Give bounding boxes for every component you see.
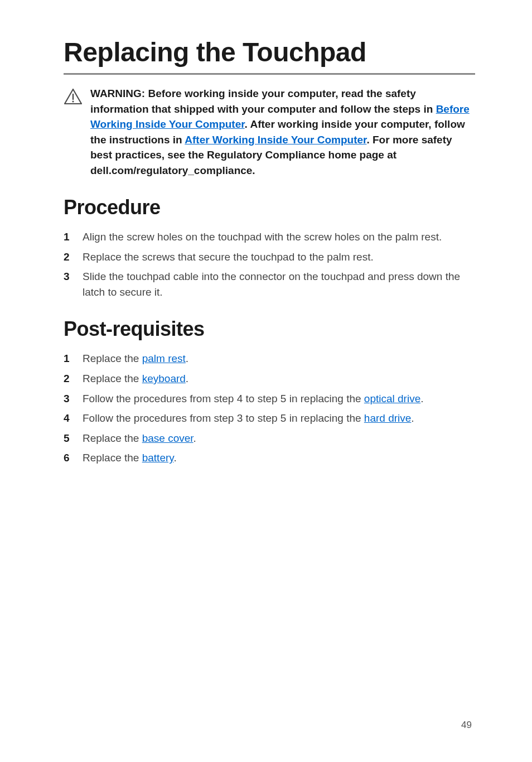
procedure-list: 1 Align the screw holes on the touchpad … (64, 229, 475, 300)
step-post: . (186, 373, 188, 384)
post-step: 4 Follow the procedures from step 3 to s… (64, 411, 475, 426)
post-step: 1 Replace the palm rest. (64, 351, 475, 366)
step-post: . (173, 452, 176, 464)
link-optical-drive[interactable]: optical drive (364, 393, 420, 404)
step-text: Replace the battery. (83, 450, 177, 466)
step-pre: Replace the (83, 452, 142, 464)
warning-prefix: WARNING: Before working inside your comp… (90, 88, 436, 115)
post-step: 3 Follow the procedures from step 4 to s… (64, 391, 475, 407)
step-text: Slide the touchpad cable into the connec… (83, 269, 475, 300)
post-requisites-list: 1 Replace the palm rest. 2 Replace the k… (64, 351, 475, 465)
post-requisites-heading: Post-requisites (64, 317, 475, 341)
step-text: Follow the procedures from step 3 to ste… (83, 411, 414, 426)
step-pre: Follow the procedures from step 4 to ste… (83, 393, 364, 404)
step-text: Replace the palm rest. (83, 351, 188, 366)
post-step: 5 Replace the base cover. (64, 431, 475, 446)
step-number: 2 (64, 249, 71, 265)
step-post: . (186, 353, 188, 364)
step-pre: Follow the procedures from step 3 to ste… (83, 412, 364, 424)
step-number: 2 (64, 371, 71, 387)
page-title: Replacing the Touchpad (64, 37, 475, 75)
step-text: Replace the base cover. (83, 431, 196, 446)
warning-block: WARNING: Before working inside your comp… (64, 86, 475, 178)
procedure-step: 1 Align the screw holes on the touchpad … (64, 229, 475, 245)
warning-text: WARNING: Before working inside your comp… (90, 86, 475, 178)
step-post: . (420, 393, 423, 404)
step-pre: Replace the (83, 373, 142, 384)
step-pre: Replace the (83, 432, 142, 444)
step-text: Replace the keyboard. (83, 371, 188, 387)
procedure-step: 3 Slide the touchpad cable into the conn… (64, 269, 475, 300)
warning-icon (64, 88, 83, 107)
procedure-heading: Procedure (64, 196, 475, 219)
link-keyboard[interactable]: keyboard (142, 373, 186, 384)
post-step: 6 Replace the battery. (64, 450, 475, 466)
step-number: 6 (64, 450, 71, 466)
step-number: 1 (64, 351, 71, 366)
link-battery[interactable]: battery (142, 452, 174, 464)
step-number: 3 (64, 269, 71, 284)
link-palm-rest[interactable]: palm rest (142, 353, 186, 364)
page-number: 49 (461, 720, 472, 731)
step-number: 1 (64, 229, 71, 245)
post-step: 2 Replace the keyboard. (64, 371, 475, 387)
link-after-working[interactable]: After Working Inside Your Computer (185, 134, 366, 146)
step-post: . (194, 432, 196, 444)
step-text: Replace the screws that secure the touch… (83, 249, 374, 265)
link-hard-drive[interactable]: hard drive (364, 412, 412, 424)
step-text: Align the screw holes on the touchpad wi… (83, 229, 442, 245)
procedure-step: 2 Replace the screws that secure the tou… (64, 249, 475, 265)
step-number: 5 (64, 431, 71, 446)
step-text: Follow the procedures from step 4 to ste… (83, 391, 424, 407)
step-post: . (411, 412, 414, 424)
step-number: 4 (64, 411, 71, 426)
step-number: 3 (64, 391, 71, 407)
step-pre: Replace the (83, 353, 142, 364)
link-base-cover[interactable]: base cover (142, 432, 194, 444)
svg-point-2 (72, 100, 74, 102)
